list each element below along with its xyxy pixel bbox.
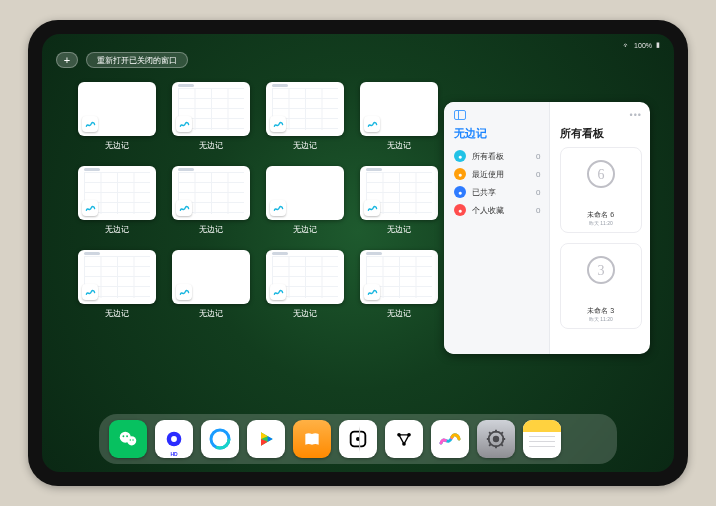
svg-line-28 <box>501 432 503 434</box>
battery-level: 100% <box>634 42 652 49</box>
wifi-icon: ᯤ <box>623 42 630 49</box>
window-thumbnail <box>172 250 250 304</box>
board-date: 昨天 11:20 <box>587 316 614 322</box>
app-window[interactable]: 无边记 <box>172 250 250 324</box>
more-icon[interactable]: ••• <box>630 110 642 120</box>
window-thumbnail <box>360 250 438 304</box>
sidebar-item-count: 0 <box>536 206 540 215</box>
freeform-badge-icon <box>176 200 192 216</box>
svg-point-5 <box>127 436 136 445</box>
dice-app-icon[interactable] <box>339 420 377 458</box>
plus-icon: + <box>64 54 70 66</box>
board-card[interactable]: 6未命名 6昨天 11:20 <box>560 147 642 233</box>
settings-app-icon[interactable] <box>477 420 515 458</box>
window-thumbnail <box>78 166 156 220</box>
window-label: 无边记 <box>387 140 411 151</box>
window-thumbnail <box>360 82 438 136</box>
sidebar-item-icon: ● <box>454 168 466 180</box>
sidebar-item[interactable]: ●所有看板0 <box>454 147 541 165</box>
sidebar-item[interactable]: ●已共享0 <box>454 183 541 201</box>
sidebar-item-label: 所有看板 <box>472 151 504 162</box>
sidebar-item[interactable]: ●个人收藏0 <box>454 201 541 219</box>
freeform-badge-icon <box>364 116 380 132</box>
window-label: 无边记 <box>387 308 411 319</box>
window-label: 无边记 <box>199 308 223 319</box>
app-window[interactable]: 无边记 <box>78 166 156 240</box>
sidebar-item-icon: ● <box>454 186 466 198</box>
browser-app-icon[interactable] <box>201 420 239 458</box>
graph-app-icon[interactable] <box>385 420 423 458</box>
reopen-closed-window-button[interactable]: 重新打开已关闭的窗口 <box>86 52 188 68</box>
battery-icon: ▮ <box>656 41 660 49</box>
svg-text:3: 3 <box>597 263 604 278</box>
new-window-button[interactable]: + <box>56 52 78 68</box>
ipad-frame: ᯤ 100% ▮ + 重新打开已关闭的窗口 无边记无边记无边记无边记无边记无边记… <box>28 20 688 486</box>
board-title: 未命名 6 <box>587 210 614 220</box>
board-scribble: 3 <box>581 250 621 290</box>
app-window[interactable]: 无边记 <box>360 250 438 324</box>
freeform-badge-icon <box>82 200 98 216</box>
window-label: 无边记 <box>293 140 317 151</box>
app-window[interactable]: 无边记 <box>266 82 344 156</box>
notes-app-icon[interactable] <box>523 420 561 458</box>
app-window[interactable]: 无边记 <box>266 166 344 240</box>
dock-separator <box>360 422 361 456</box>
freeform-badge-icon <box>82 116 98 132</box>
svg-point-7 <box>126 435 128 437</box>
play-app-icon[interactable] <box>247 420 285 458</box>
app-window[interactable]: 无边记 <box>78 250 156 324</box>
window-thumbnail <box>266 250 344 304</box>
svg-point-20 <box>493 436 499 442</box>
window-label: 无边记 <box>105 224 129 235</box>
sidebar-item-label: 个人收藏 <box>472 205 504 216</box>
app-window[interactable]: 无边记 <box>266 250 344 324</box>
sidebar-item[interactable]: ●最近使用0 <box>454 165 541 183</box>
sidebar-item-label: 最近使用 <box>472 169 504 180</box>
app-windows-grid: 无边记无边记无边记无边记无边记无边记无边记无边记无边记无边记无边记无边记 <box>78 82 438 324</box>
board-card[interactable]: 3未命名 3昨天 11:20 <box>560 243 642 329</box>
sidebar-item-count: 0 <box>536 152 540 161</box>
app-window[interactable]: 无边记 <box>78 82 156 156</box>
svg-point-9 <box>132 439 133 440</box>
wechat-app-icon[interactable] <box>109 420 147 458</box>
dock: HD <box>99 414 617 464</box>
app-window[interactable]: 无边记 <box>360 82 438 156</box>
freeform-sidebar-window[interactable]: 无边记 ●所有看板0●最近使用0●已共享0●个人收藏0 ••• 所有看板 6未命… <box>444 102 650 354</box>
freeform-badge-icon <box>270 200 286 216</box>
window-label: 无边记 <box>293 308 317 319</box>
freeform-badge-icon <box>364 200 380 216</box>
sidebar-item-icon: ● <box>454 204 466 216</box>
svg-point-8 <box>130 439 131 440</box>
sidebar-toggle-icon[interactable] <box>454 110 466 120</box>
window-thumbnail <box>78 250 156 304</box>
books-app-icon[interactable] <box>293 420 331 458</box>
sidebar-item-icon: ● <box>454 150 466 162</box>
app-window[interactable]: 无边记 <box>172 166 250 240</box>
freeform-badge-icon <box>270 284 286 300</box>
app-window[interactable]: 无边记 <box>360 166 438 240</box>
window-label: 无边记 <box>199 140 223 151</box>
sidebar-left-pane: 无边记 ●所有看板0●最近使用0●已共享0●个人收藏0 <box>444 102 550 354</box>
boards-title: 所有看板 <box>560 126 642 141</box>
window-thumbnail <box>78 82 156 136</box>
sidebar-item-count: 0 <box>536 170 540 179</box>
app-library-stack[interactable] <box>569 420 607 458</box>
board-scribble: 6 <box>581 154 621 194</box>
freeform-badge-icon <box>176 116 192 132</box>
window-label: 无边记 <box>387 224 411 235</box>
board-title: 未命名 3 <box>587 306 614 316</box>
top-bar: + 重新打开已关闭的窗口 <box>56 52 188 68</box>
app-window[interactable]: 无边记 <box>172 82 250 156</box>
sidebar-right-pane: ••• 所有看板 6未命名 6昨天 11:203未命名 3昨天 11:20 <box>550 102 650 354</box>
svg-line-27 <box>489 444 491 446</box>
screen: ᯤ 100% ▮ + 重新打开已关闭的窗口 无边记无边记无边记无边记无边记无边记… <box>42 34 674 472</box>
freeform-app-icon[interactable] <box>431 420 469 458</box>
reopen-label: 重新打开已关闭的窗口 <box>97 55 177 66</box>
window-thumbnail <box>266 166 344 220</box>
window-thumbnail <box>360 166 438 220</box>
svg-text:6: 6 <box>597 167 604 182</box>
svg-line-25 <box>489 432 491 434</box>
svg-point-6 <box>123 435 125 437</box>
quark-app-icon[interactable]: HD <box>155 420 193 458</box>
sidebar-app-title: 无边记 <box>454 126 541 141</box>
